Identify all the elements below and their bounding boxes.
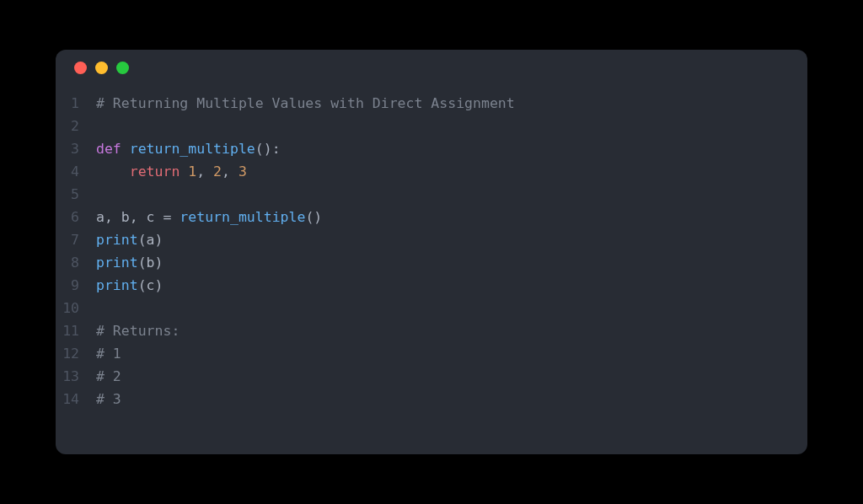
code-token: (): [305, 209, 322, 225]
code-line: 3def return_multiple():: [56, 137, 807, 160]
code-token: return_multiple: [130, 141, 255, 157]
code-line: 4 return 1, 2, 3: [56, 160, 807, 183]
code-token: ,: [196, 164, 213, 180]
code-token: # 2: [96, 368, 121, 384]
code-line: 1# Returning Multiple Values with Direct…: [56, 92, 807, 115]
line-number: 7: [56, 228, 96, 251]
code-line: 2: [56, 115, 807, 137]
line-number: 6: [56, 206, 96, 228]
line-number: 1: [56, 92, 96, 115]
code-content: # Returns:: [96, 319, 180, 342]
code-token: (b): [138, 255, 163, 271]
code-token: return_multiple: [180, 209, 305, 225]
titlebar: [56, 50, 807, 85]
code-content: # Returning Multiple Values with Direct …: [96, 92, 515, 115]
code-line: 8print(b): [56, 251, 807, 274]
code-content: print(b): [96, 251, 163, 274]
code-token: ():: [255, 141, 281, 157]
code-token: 3: [239, 164, 247, 180]
line-number: 12: [56, 342, 96, 365]
code-token: def: [96, 141, 121, 157]
code-token: print: [96, 232, 138, 248]
code-content: # 1: [96, 342, 121, 365]
code-token: a, b, c: [96, 209, 163, 225]
code-content: print(c): [96, 274, 163, 297]
code-token: print: [96, 255, 138, 271]
code-token: (a): [138, 232, 163, 248]
line-number: 13: [56, 365, 96, 388]
code-token: # Returning Multiple Values with Direct …: [96, 95, 515, 111]
close-icon[interactable]: [74, 62, 87, 74]
code-content: # 2: [96, 365, 121, 388]
code-line: 11# Returns:: [56, 319, 807, 342]
code-token: [96, 164, 130, 180]
code-line: 5: [56, 183, 807, 206]
line-number: 11: [56, 319, 96, 342]
code-token: # 1: [96, 346, 121, 362]
code-token: ,: [222, 164, 239, 180]
code-token: # 3: [96, 391, 121, 407]
code-content: a, b, c = return_multiple(): [96, 206, 322, 228]
code-token: [121, 141, 130, 157]
zoom-icon[interactable]: [116, 62, 129, 74]
code-content: def return_multiple():: [96, 137, 281, 160]
code-token: =: [163, 209, 180, 225]
minimize-icon[interactable]: [95, 62, 108, 74]
line-number: 4: [56, 160, 96, 183]
code-token: print: [96, 277, 138, 293]
line-number: 3: [56, 137, 96, 160]
code-line: 10: [56, 297, 807, 319]
code-line: 14# 3: [56, 388, 807, 410]
code-token: 2: [213, 164, 222, 180]
code-token: return: [130, 164, 180, 180]
code-area[interactable]: 1# Returning Multiple Values with Direct…: [56, 85, 807, 424]
editor-window: 1# Returning Multiple Values with Direct…: [56, 50, 807, 454]
code-token: (c): [138, 277, 163, 293]
code-content: print(a): [96, 228, 163, 251]
line-number: 9: [56, 274, 96, 297]
code-token: [180, 164, 188, 180]
code-token: 1: [188, 164, 196, 180]
code-line: 7print(a): [56, 228, 807, 251]
line-number: 5: [56, 183, 96, 206]
code-line: 6a, b, c = return_multiple(): [56, 206, 807, 228]
code-token: # Returns:: [96, 323, 180, 339]
code-line: 9print(c): [56, 274, 807, 297]
code-line: 12# 1: [56, 342, 807, 365]
code-line: 13# 2: [56, 365, 807, 388]
line-number: 14: [56, 388, 96, 410]
code-content: # 3: [96, 388, 121, 410]
line-number: 2: [56, 115, 96, 137]
code-content: return 1, 2, 3: [96, 160, 247, 183]
line-number: 8: [56, 251, 96, 274]
line-number: 10: [56, 297, 96, 319]
